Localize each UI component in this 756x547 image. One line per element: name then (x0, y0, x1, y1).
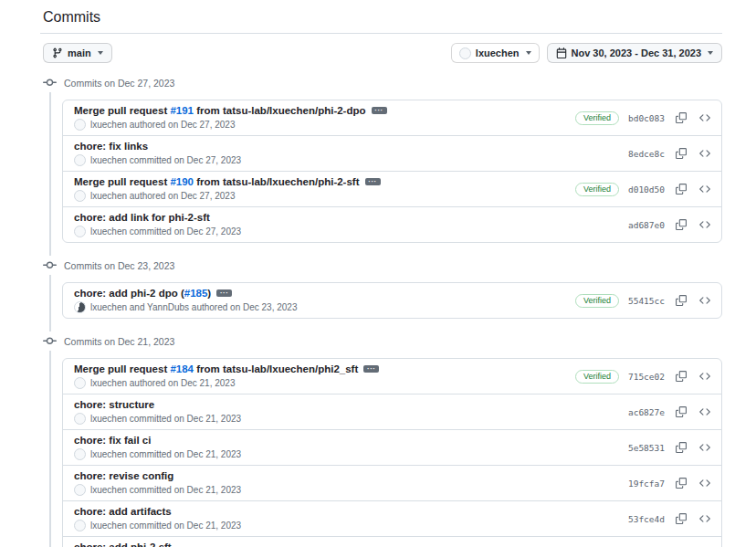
verified-badge[interactable]: Verified (575, 183, 619, 196)
commit-title-link[interactable]: Merge pull request #184 from tatsu-lab/l… (74, 363, 358, 374)
commit-title-link[interactable]: chore: add link for phi-2-sft (74, 212, 210, 223)
browse-code-button[interactable] (698, 110, 712, 125)
commit-meta-text: lxuechen committed on Dec 27, 2023 (90, 155, 241, 166)
copy-sha-button[interactable] (674, 146, 688, 161)
commit-hash-link[interactable]: 19fcfa7 (628, 479, 665, 489)
git-commit-icon (43, 331, 57, 351)
commit-hash-link[interactable]: 5e58531 (628, 443, 665, 453)
caret-down-icon (526, 51, 531, 55)
commit-row: Merge pull request #190 from tatsu-lab/l… (63, 171, 721, 206)
commit-hash-link[interactable]: 8edce8c (628, 149, 665, 159)
author-filter-avatar (459, 47, 471, 59)
browse-code-button[interactable] (698, 476, 712, 490)
copy-sha-button[interactable] (674, 440, 688, 455)
author-avatar (74, 413, 86, 425)
commit-meta: lxuechen committed on Dec 27, 2023 (74, 154, 628, 166)
commit-title-link[interactable]: Merge pull request #190 from tatsu-lab/l… (74, 176, 360, 187)
commit-hash-link[interactable]: ac6827e (628, 407, 665, 417)
author-avatar (74, 520, 86, 531)
date-range-button[interactable]: Nov 30, 2023 - Dec 31, 2023 (547, 43, 722, 63)
verified-badge[interactable]: Verified (575, 370, 619, 384)
copy-sha-button[interactable] (674, 182, 688, 196)
code-icon (699, 112, 710, 123)
group-heading: Commits on Dec 21, 2023 (64, 336, 174, 347)
commit-hash-link[interactable]: 53fce4d (628, 514, 665, 524)
browse-code-button[interactable] (698, 182, 712, 196)
commit-title-link[interactable]: Merge pull request #191 from tatsu-lab/l… (74, 105, 366, 116)
copy-icon (676, 184, 687, 195)
copy-icon (676, 406, 687, 417)
commit-meta: lxuechen authored on Dec 27, 2023 (74, 190, 575, 202)
expand-commit-description-button[interactable]: ··· (372, 107, 387, 114)
commits-timeline: Commits on Dec 27, 2023 Merge pull reque… (43, 72, 722, 547)
copy-icon (676, 371, 687, 382)
browse-code-button[interactable] (698, 217, 712, 232)
author-filter-button[interactable]: lxuechen (451, 43, 540, 63)
browse-code-button[interactable] (698, 440, 712, 455)
commit-row: chore: structure lxuechen committed on D… (63, 394, 721, 429)
commit-row: chore: fix fail ci lxuechen committed on… (63, 429, 721, 465)
browse-code-button[interactable] (698, 369, 712, 384)
browse-code-button[interactable] (698, 146, 712, 161)
expand-commit-description-button[interactable]: ··· (365, 178, 381, 185)
copy-sha-button[interactable] (674, 511, 688, 526)
pr-number-link[interactable]: #191 (170, 105, 194, 116)
browse-code-button[interactable] (698, 405, 712, 419)
commit-meta: lxuechen committed on Dec 27, 2023 (74, 226, 628, 237)
code-icon (699, 406, 710, 417)
copy-sha-button[interactable] (674, 476, 688, 490)
pr-number-link[interactable]: #185 (184, 288, 208, 299)
copy-sha-button[interactable] (674, 293, 688, 308)
commit-list-box: Merge pull request #191 from tatsu-lab/l… (62, 100, 722, 243)
date-range-label: Nov 30, 2023 - Dec 31, 2023 (572, 47, 701, 59)
code-icon (699, 184, 710, 195)
commit-row: chore: revise config lxuechen committed … (63, 465, 721, 500)
copy-sha-button[interactable] (674, 110, 688, 125)
verified-badge[interactable]: Verified (575, 111, 619, 125)
commit-title-link[interactable]: chore: add phi-2 sft (74, 542, 172, 547)
branch-selector-button[interactable]: main (43, 43, 112, 63)
commit-meta-text: lxuechen and YannDubs authored on Dec 23… (90, 302, 297, 313)
commit-hash-link[interactable]: 715ce02 (628, 372, 665, 382)
page-title: Commits (43, 9, 722, 26)
pr-number-link[interactable]: #190 (170, 176, 194, 187)
author-avatar (74, 226, 86, 237)
group-heading: Commits on Dec 23, 2023 (64, 260, 174, 271)
commit-hash-link[interactable]: d010d50 (628, 184, 665, 195)
code-icon (699, 148, 710, 159)
copy-sha-button[interactable] (674, 405, 688, 419)
commit-list-box: chore: add phi-2 dpo (#185)··· lxuechen … (62, 282, 722, 319)
commit-meta: lxuechen authored on Dec 27, 2023 (74, 119, 575, 131)
code-icon (699, 513, 710, 524)
browse-code-button[interactable] (698, 511, 712, 526)
verified-badge[interactable]: Verified (575, 294, 619, 308)
commit-hash-link[interactable]: bd0c083 (628, 113, 665, 123)
commit-title-link[interactable]: chore: add artifacts (74, 506, 172, 517)
commit-title-link[interactable]: chore: structure (74, 399, 154, 410)
copy-sha-button[interactable] (674, 217, 688, 232)
commit-title-link[interactable]: chore: revise config (74, 470, 173, 481)
code-icon (699, 442, 710, 453)
commit-hash-link[interactable]: ad687e0 (628, 220, 665, 230)
commits-toolbar: main lxuechen Nov 30, 2023 - Dec 31, 202… (43, 43, 722, 63)
pr-number-link[interactable]: #184 (170, 363, 194, 374)
browse-code-button[interactable] (698, 293, 712, 308)
git-commit-icon (43, 256, 57, 275)
expand-commit-description-button[interactable]: ··· (363, 365, 379, 373)
commit-hash-link[interactable]: 55415cc (628, 296, 665, 306)
commit-title-link[interactable]: chore: fix links (74, 141, 148, 152)
commits-page: Commits main lxuechen Nov 30, 2023 - Dec… (0, 0, 756, 547)
author-avatar (74, 119, 86, 131)
commit-meta-text: lxuechen committed on Dec 21, 2023 (90, 449, 241, 460)
code-icon (699, 478, 710, 489)
commit-title-link[interactable]: chore: fix fail ci (74, 435, 151, 446)
commit-title-link[interactable]: chore: add phi-2 dpo (#185) (74, 288, 211, 299)
commit-meta: lxuechen committed on Dec 21, 2023 (74, 520, 628, 531)
copy-icon (676, 478, 687, 489)
copy-icon (676, 148, 687, 159)
copy-sha-button[interactable] (674, 369, 688, 384)
calendar-icon (556, 47, 567, 58)
author-avatar (74, 448, 86, 460)
expand-commit-description-button[interactable]: ··· (216, 289, 232, 297)
commit-meta-text: lxuechen committed on Dec 21, 2023 (90, 521, 241, 531)
